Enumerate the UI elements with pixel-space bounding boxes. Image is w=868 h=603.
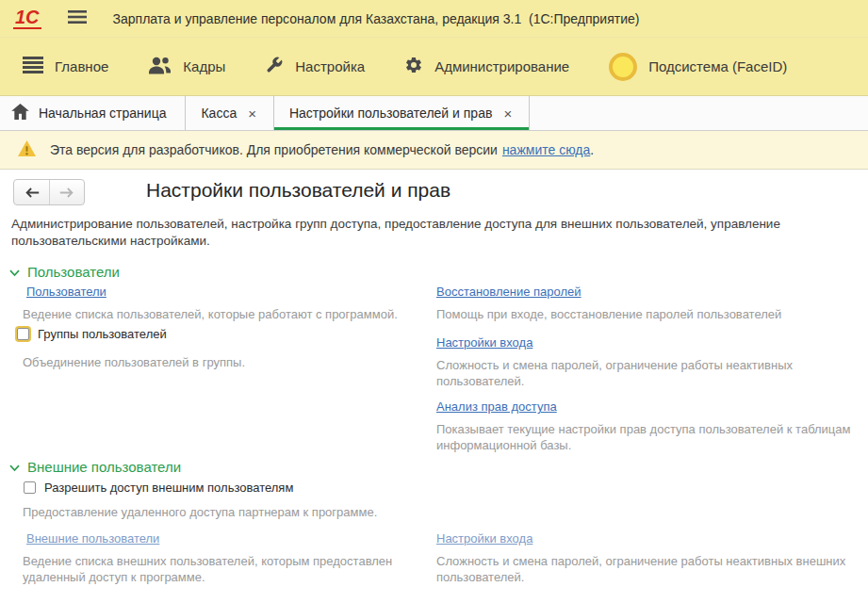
allow-external-access-checkbox[interactable] [24, 481, 36, 494]
window-title: Зарплата и управление персоналом для Каз… [113, 11, 640, 26]
external-users-link[interactable]: Внешние пользователи [26, 531, 159, 546]
tab-label: Настройки пользователей и прав [289, 106, 492, 121]
user-groups-description: Объединение пользователей в группы. [23, 354, 428, 370]
hamburger-icon [68, 10, 87, 27]
main-content: Настройки пользователей и прав Администр… [0, 170, 868, 600]
menu-item-label: Администрирование [434, 58, 569, 74]
warning-icon [17, 139, 50, 160]
access-rights-analysis-link[interactable]: Анализ прав доступа [436, 399, 557, 414]
checkbox-label: Разрешить доступ внешним пользователям [44, 481, 293, 495]
wrench-icon [265, 56, 284, 77]
1c-logo: 1С [13, 8, 41, 29]
people-icon [148, 57, 172, 77]
tab-user-rights-settings[interactable]: Настройки пользователей и прав × [274, 96, 530, 130]
tab-label: Касса [201, 106, 237, 121]
tab-label: Начальная страница [39, 106, 166, 121]
gear-icon [404, 56, 423, 77]
external-login-settings-description: Сложность и смена паролей, ограничение р… [436, 553, 851, 585]
menu-item-label: Главное [55, 58, 108, 74]
navigation-history-buttons [13, 179, 85, 205]
users-link[interactable]: Пользователи [26, 285, 106, 299]
yellow-circle-icon [609, 53, 637, 81]
password-recovery-link[interactable]: Восстановление паролей [436, 285, 581, 299]
user-groups-checkbox-row[interactable]: Группы пользователей [17, 327, 167, 341]
home-icon [11, 104, 29, 122]
section-title: Внешние пользователи [27, 459, 181, 475]
menu-item-settings[interactable]: Настройка [265, 56, 365, 77]
section-external-users[interactable]: Внешние пользователи [9, 459, 181, 475]
page-description: Администрирование пользователей, настрой… [11, 216, 864, 250]
developer-version-banner: Эта версия для разработчиков. Для приобр… [0, 131, 868, 170]
menu-item-label: Подсистема (FaceID) [648, 58, 787, 74]
close-icon[interactable]: × [501, 106, 514, 122]
chevron-down-icon [9, 459, 20, 475]
chevron-down-icon [9, 264, 20, 280]
allow-external-access-description: Предоставление удаленного доступа партне… [23, 504, 494, 520]
menu-item-subsystem-faceid[interactable]: Подсистема (FaceID) [609, 53, 787, 81]
close-icon[interactable]: × [246, 106, 258, 122]
sections-list-icon [23, 57, 43, 76]
open-windows-tabbar: Начальная страница Касса × Настройки пол… [0, 96, 868, 131]
back-button[interactable] [14, 180, 49, 204]
login-settings-link[interactable]: Настройки входа [436, 335, 532, 350]
purchase-link[interactable]: нажмите сюда [502, 142, 590, 157]
external-login-settings-link[interactable]: Настройки входа [436, 531, 532, 546]
sections-panel: Главное Кадры Настройка Администрировани… [0, 38, 868, 96]
user-groups-checkbox[interactable] [17, 328, 29, 340]
menu-item-label: Кадры [183, 58, 225, 74]
menu-item-main[interactable]: Главное [23, 57, 108, 76]
allow-external-access-checkbox-row[interactable]: Разрешить доступ внешним пользователям [24, 481, 293, 495]
menu-item-label: Настройка [295, 58, 365, 74]
external-users-description: Ведение списка внешних пользователей, ко… [23, 553, 423, 585]
access-rights-analysis-description: Показывает текущие настройки прав доступ… [436, 421, 851, 453]
users-description: Ведение списка пользователей, которые ра… [23, 306, 428, 322]
login-settings-description: Сложность и смена паролей, ограничение р… [436, 357, 851, 389]
banner-text: Эта версия для разработчиков. Для приобр… [50, 142, 498, 157]
forward-button[interactable] [49, 180, 84, 204]
tab-kassa[interactable]: Касса × [186, 96, 274, 130]
window-title-bar: 1С Зарплата и управление персоналом для … [0, 0, 868, 38]
menu-item-administration[interactable]: Администрирование [404, 56, 569, 77]
section-title: Пользователи [27, 264, 120, 280]
page-title: Настройки пользователей и прав [146, 179, 450, 202]
section-users[interactable]: Пользователи [9, 264, 120, 280]
banner-suffix: . [590, 142, 594, 157]
main-menu-button[interactable] [68, 10, 87, 27]
password-recovery-description: Помощь при входе, восстановление паролей… [436, 306, 865, 322]
checkbox-label: Группы пользователей [38, 327, 167, 341]
tab-home[interactable]: Начальная страница [0, 96, 186, 130]
menu-item-hr[interactable]: Кадры [148, 57, 225, 77]
